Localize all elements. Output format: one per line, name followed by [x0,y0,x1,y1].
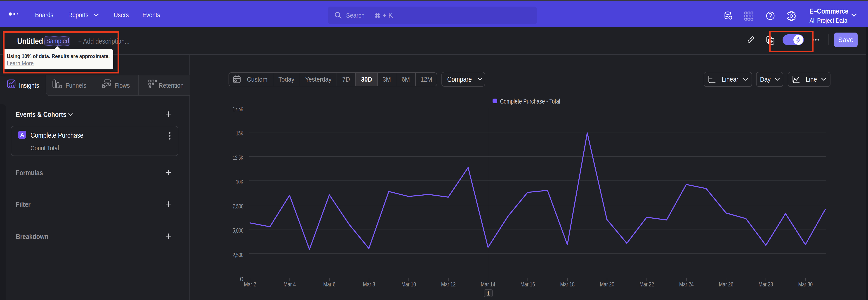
svg-text:2,500: 2,500 [232,251,243,259]
svg-text:Mar 2: Mar 2 [244,281,256,288]
svg-text:Mar 6: Mar 6 [323,281,336,288]
svg-text:Complete Purchase - Total: Complete Purchase - Total [500,98,560,105]
svg-text:Mar 24: Mar 24 [679,281,694,288]
svg-text:Mar 28: Mar 28 [758,281,773,288]
svg-text:Mar 26: Mar 26 [719,281,733,288]
svg-text:Mar 18: Mar 18 [560,281,575,288]
svg-text:Mar 22: Mar 22 [640,281,654,288]
svg-text:7,500: 7,500 [232,203,243,210]
svg-text:Mar 30: Mar 30 [798,281,813,288]
svg-text:Mar 12: Mar 12 [441,281,456,288]
svg-text:Mar 14: Mar 14 [481,281,495,288]
svg-text:Mar 20: Mar 20 [600,281,614,288]
svg-text:15K: 15K [236,130,243,137]
svg-text:Mar 8: Mar 8 [363,281,375,288]
svg-text:12.5K: 12.5K [233,154,243,161]
svg-text:Mar 16: Mar 16 [521,281,535,288]
svg-text:0: 0 [240,276,243,282]
svg-text:17.5K: 17.5K [233,106,243,113]
svg-text:Mar 10: Mar 10 [401,281,416,288]
svg-text:10K: 10K [236,178,243,185]
svg-text:5,000: 5,000 [232,227,243,234]
svg-text:Mar 4: Mar 4 [284,281,296,288]
